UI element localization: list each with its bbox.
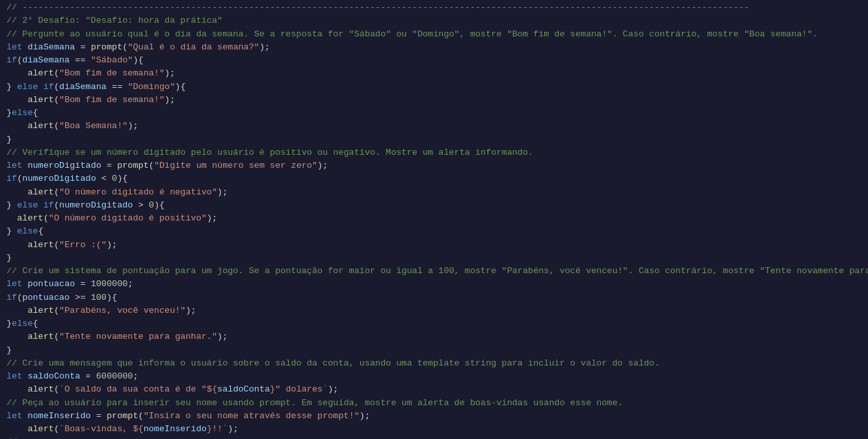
line-content: alert("Bom fim de semana!"); (4, 94, 868, 107)
code-line: } else if(diaSemana == "Domingo"){ (0, 81, 868, 94)
line-content: let saldoConta = 6000000; (4, 370, 868, 383)
code-editor: // -------------------------------------… (0, 0, 868, 439)
code-lines: // -------------------------------------… (0, 0, 868, 439)
line-content: } else{ (4, 225, 868, 238)
code-line: if(pontuacao >= 100){ (0, 291, 868, 304)
code-line: // 2° Desafio: "Desafio: hora da prática… (0, 14, 868, 27)
code-line: // Pergunte ao usuário qual é o dia da s… (0, 28, 868, 41)
line-content: } (4, 133, 868, 146)
code-line: let diaSemana = prompt("Qual é o dia da … (0, 41, 868, 54)
line-content: alert(`Boas-vindas, ${nomeInserido}!!`); (4, 423, 868, 436)
line-content: alert("O número digitado é negativo"); (4, 186, 868, 199)
line-content: // Pergunte ao usuário qual é o dia da s… (4, 28, 868, 41)
code-line: let numeroDigitado = prompt("Digite um n… (0, 159, 868, 172)
code-line: let nomeInserido = prompt("Insira o seu … (0, 410, 868, 423)
code-line: alert("O número digitado é negativo"); (0, 186, 868, 199)
code-line: } (0, 252, 868, 265)
code-line: let saldoConta = 6000000; (0, 370, 868, 383)
line-content: alert("Erro :("); (4, 239, 868, 252)
line-content: let pontuacao = 1000000; (4, 278, 868, 291)
code-line: alert("O número digitado é positivo"); (0, 212, 868, 225)
line-content: } else if(diaSemana == "Domingo"){ (4, 81, 868, 94)
line-content: let numeroDigitado = prompt("Digite um n… (4, 159, 868, 172)
code-line: alert("Bom fim de semana!"); (0, 94, 868, 107)
code-line: alert(`O saldo da sua conta é de "${sald… (0, 383, 868, 396)
line-content: // Verifique se um número digitado pelo … (4, 146, 868, 159)
code-line: // Crie uma mensagem que informa o usuár… (0, 357, 868, 370)
code-line: let pontuacao = 1000000; (0, 278, 868, 291)
line-content: let nomeInserido = prompt("Insira o seu … (4, 410, 868, 423)
line-content: // -------------------------------------… (4, 1, 868, 14)
code-line: }else{ (0, 107, 868, 120)
code-line: } else{ (0, 225, 868, 238)
code-line: } else if(numeroDigitado > 0){ (0, 199, 868, 212)
code-line: alert("Bom fim de semana!"); (0, 67, 868, 80)
line-content: } else if(numeroDigitado > 0){ (4, 199, 868, 212)
code-line: // -------------------------------------… (0, 436, 868, 439)
code-line: alert("Tente novamente para ganhar."); (0, 330, 868, 343)
code-line: if(diaSemana == "Sábado"){ (0, 54, 868, 67)
line-content: let diaSemana = prompt("Qual é o dia da … (4, 41, 868, 54)
line-content: // Crie um sistema de pontuação para um … (4, 265, 868, 278)
line-content: if(diaSemana == "Sábado"){ (4, 54, 868, 67)
code-line: // Peça ao usuário para inserir seu nome… (0, 397, 868, 410)
code-line: } (0, 344, 868, 357)
line-content: alert("Bom fim de semana!"); (4, 67, 868, 80)
line-content: alert("Boa Semana!"); (4, 120, 868, 133)
code-line: } (0, 133, 868, 146)
line-content: alert("Tente novamente para ganhar."); (4, 330, 868, 343)
line-content: // 2° Desafio: "Desafio: hora da prática… (4, 14, 868, 27)
line-content: if(pontuacao >= 100){ (4, 291, 868, 304)
line-content: } (4, 344, 868, 357)
code-line: alert("Erro :("); (0, 239, 868, 252)
line-content: if(numeroDigitado < 0){ (4, 172, 868, 185)
code-line: }else{ (0, 317, 868, 330)
code-line: if(numeroDigitado < 0){ (0, 172, 868, 185)
code-line: // -------------------------------------… (0, 1, 868, 14)
line-content: }else{ (4, 317, 868, 330)
line-content: alert("Parabéns, você venceu!"); (4, 304, 868, 317)
line-content: // Crie uma mensagem que informa o usuár… (4, 357, 868, 370)
line-content: alert(`O saldo da sua conta é de "${sald… (4, 383, 868, 396)
code-line: alert(`Boas-vindas, ${nomeInserido}!!`); (0, 423, 868, 436)
code-line: alert("Parabéns, você venceu!"); (0, 304, 868, 317)
line-content: } (4, 252, 868, 265)
line-content: alert("O número digitado é positivo"); (4, 212, 868, 225)
line-content: // -------------------------------------… (4, 436, 868, 439)
code-line: // Crie um sistema de pontuação para um … (0, 265, 868, 278)
code-line: // Verifique se um número digitado pelo … (0, 146, 868, 159)
code-line: alert("Boa Semana!"); (0, 120, 868, 133)
line-content: }else{ (4, 107, 868, 120)
line-content: // Peça ao usuário para inserir seu nome… (4, 397, 868, 410)
